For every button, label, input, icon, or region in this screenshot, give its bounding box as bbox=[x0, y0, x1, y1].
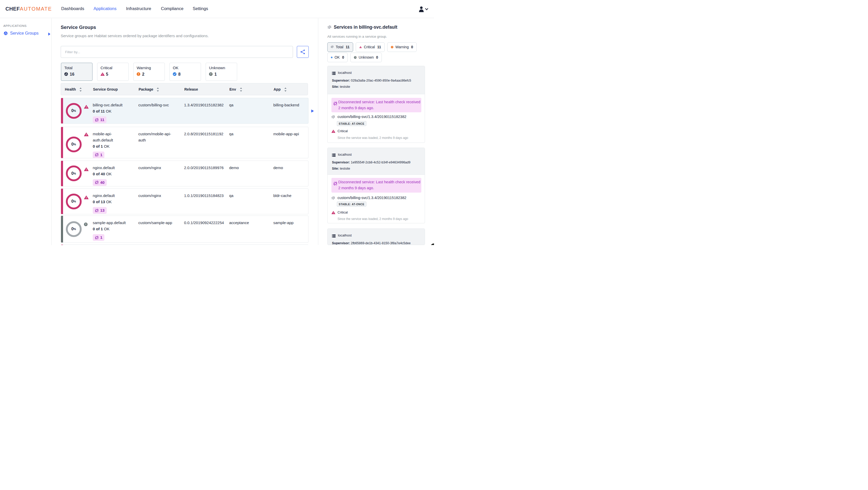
svg-text:?: ? bbox=[355, 56, 356, 58]
svg-text:?: ? bbox=[85, 223, 87, 226]
svg-text:?: ? bbox=[210, 72, 212, 75]
